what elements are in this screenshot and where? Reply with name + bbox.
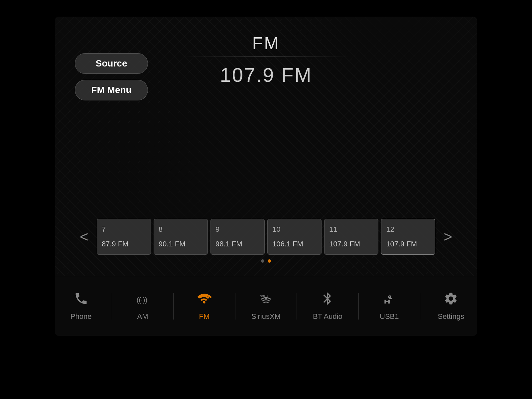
gear-icon bbox=[444, 291, 458, 309]
nav-label-siriusxm: SiriusXM bbox=[251, 312, 281, 321]
preset-num-12: 12 bbox=[386, 225, 430, 234]
nav-label-am: AM bbox=[137, 312, 148, 321]
nav-label-fm: FM bbox=[199, 312, 210, 321]
presets-list: 787.9 FM890.1 FM998.1 FM10106.1 FM11107.… bbox=[97, 219, 436, 255]
nav-divider-6 bbox=[420, 293, 420, 320]
preset-freq-8: 90.1 FM bbox=[159, 240, 203, 248]
page-dots bbox=[75, 259, 457, 263]
presets-prev-arrow[interactable]: < bbox=[75, 225, 93, 248]
nav-divider-2 bbox=[173, 293, 174, 320]
preset-item-8[interactable]: 890.1 FM bbox=[154, 219, 208, 255]
phone-icon bbox=[74, 291, 88, 309]
nav-divider-1 bbox=[112, 293, 112, 320]
preset-freq-10: 106.1 FM bbox=[272, 240, 317, 248]
presets-container: < 787.9 FM890.1 FM998.1 FM10106.1 FM1110… bbox=[55, 219, 477, 263]
nav-divider-3 bbox=[235, 293, 235, 320]
nav-label-usb1: USB1 bbox=[380, 312, 399, 321]
svg-point-2 bbox=[265, 297, 267, 299]
nav-item-siriusxm[interactable]: sxmSiriusXM bbox=[244, 288, 288, 324]
nav-label-phone: Phone bbox=[70, 312, 92, 321]
frequency-display: 107.9 FM bbox=[220, 64, 312, 86]
nav-label-settings: Settings bbox=[438, 312, 464, 321]
page-title: FM bbox=[55, 33, 477, 53]
preset-item-7[interactable]: 787.9 FM bbox=[97, 219, 151, 255]
preset-num-8: 8 bbox=[159, 225, 203, 234]
preset-item-9[interactable]: 998.1 FM bbox=[210, 219, 265, 255]
preset-freq-11: 107.9 FM bbox=[329, 240, 373, 248]
left-buttons-panel: Source FM Menu bbox=[75, 53, 148, 100]
preset-num-7: 7 bbox=[102, 225, 146, 234]
preset-freq-9: 98.1 FM bbox=[215, 240, 260, 248]
preset-item-10[interactable]: 10106.1 FM bbox=[267, 219, 322, 255]
bottom-nav: Phone((·))AMFMsxmSiriusXMBT AudioUSB1Set… bbox=[55, 276, 477, 336]
am-icon: ((·)) bbox=[135, 291, 150, 309]
nav-item-bt-audio[interactable]: BT Audio bbox=[306, 288, 349, 324]
preset-num-10: 10 bbox=[272, 225, 317, 234]
presets-next-arrow[interactable]: > bbox=[439, 225, 457, 248]
preset-freq-7: 87.9 FM bbox=[102, 240, 146, 248]
preset-num-9: 9 bbox=[215, 225, 260, 234]
bluetooth-icon bbox=[320, 291, 335, 309]
nav-item-fm[interactable]: FM bbox=[183, 288, 226, 324]
nav-label-bt-audio: BT Audio bbox=[313, 312, 342, 321]
preset-freq-12: 107.9 FM bbox=[386, 240, 430, 248]
nav-divider-5 bbox=[358, 293, 359, 320]
fm-icon bbox=[197, 291, 211, 309]
page-dot-0[interactable] bbox=[261, 259, 264, 263]
nav-divider-4 bbox=[297, 293, 297, 320]
preset-num-11: 11 bbox=[329, 225, 373, 234]
nav-item-settings[interactable]: Settings bbox=[429, 288, 472, 324]
nav-item-usb1[interactable]: USB1 bbox=[368, 288, 411, 324]
usb-icon bbox=[382, 291, 397, 309]
fm-menu-button[interactable]: FM Menu bbox=[75, 80, 148, 100]
preset-item-11[interactable]: 11107.9 FM bbox=[324, 219, 378, 255]
preset-item-12[interactable]: 12107.9 FM bbox=[381, 219, 435, 255]
sxm-icon: sxm bbox=[259, 291, 273, 309]
title-divider bbox=[183, 57, 349, 57]
svg-text:((·)): ((·)) bbox=[137, 296, 147, 304]
source-button[interactable]: Source bbox=[75, 53, 148, 74]
nav-item-phone[interactable]: Phone bbox=[60, 288, 103, 324]
page-dot-1[interactable] bbox=[268, 259, 271, 263]
nav-item-am[interactable]: ((·))AM bbox=[121, 288, 164, 324]
active-preset-badge: 12 bbox=[386, 225, 394, 233]
